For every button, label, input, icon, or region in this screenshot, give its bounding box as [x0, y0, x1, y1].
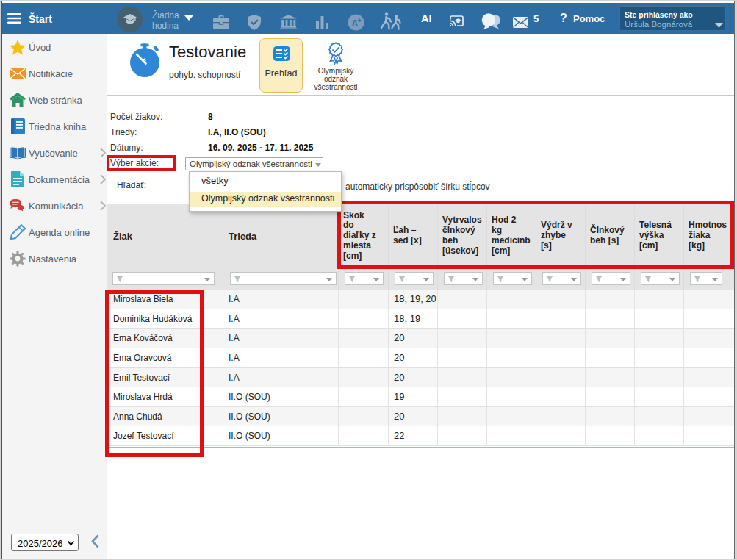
svg-text:+: + [358, 17, 362, 24]
